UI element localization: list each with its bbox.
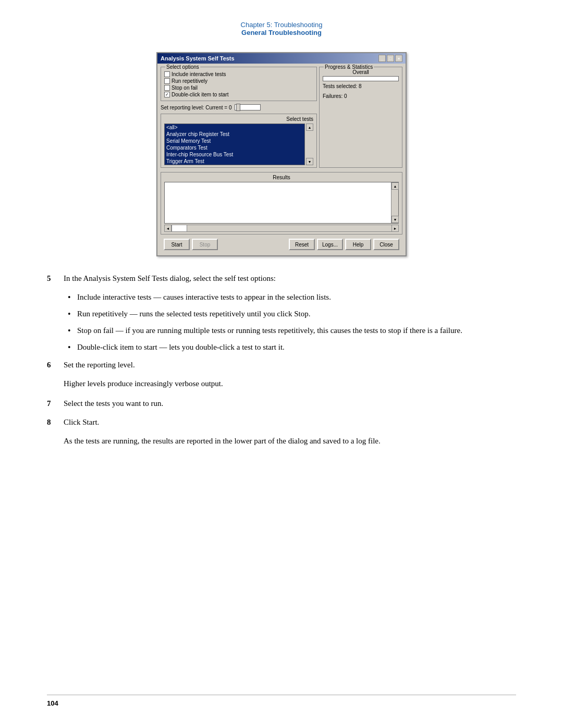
reporting-row: Set reporting level: Current = 0 [161, 104, 317, 110]
interactive-checkbox[interactable] [164, 71, 170, 77]
page-number: 104 [47, 699, 58, 707]
interactive-checkbox-row: Include interactive tests [164, 71, 313, 77]
step-7-number: 7 [47, 397, 57, 410]
hscroll-left[interactable]: ◄ [164, 225, 172, 232]
interactive-label: Include interactive tests [172, 71, 226, 77]
tests-listbox[interactable]: <all> Analyzer chip Register Test Serial… [164, 124, 305, 165]
buttons-spacer [220, 239, 287, 250]
stop-on-fail-checkbox[interactable] [164, 85, 170, 91]
close-button[interactable]: × [395, 55, 402, 62]
stop-on-fail-checkbox-row: Stop on fail [164, 85, 313, 91]
test-clks[interactable]: Clks Test [165, 165, 304, 165]
step-8-number: 8 [47, 416, 57, 428]
results-label: Results [164, 175, 399, 180]
step-6-subtext: Higher levels produce increasingly verbo… [64, 377, 516, 390]
test-analyzer[interactable]: Analyzer chip Register Test [165, 131, 304, 138]
results-scroll-up[interactable]: ▲ [391, 182, 399, 190]
scroll-up-arrow[interactable]: ▲ [306, 124, 313, 131]
dialog-body: Select options Include interactive tests… [157, 64, 406, 255]
dialog-container: Analysis System Self Tests _ □ × Select … [47, 52, 516, 256]
test-serial[interactable]: Serial Memory Test [165, 138, 304, 144]
reset-button[interactable]: Reset [289, 239, 315, 250]
list-scrollbar: ▲ ▼ [306, 124, 313, 165]
progress-stats-label: Progress & Statistics [324, 64, 374, 70]
hscroll-right[interactable]: ► [391, 225, 399, 232]
chapter-label: Chapter 5: Troubleshooting [47, 21, 516, 29]
bullet-3: Stop on fail — if you are running multip… [68, 324, 516, 337]
select-tests-label: Select tests [164, 116, 313, 122]
titlebar-buttons: _ □ × [378, 55, 402, 62]
hscroll-space [187, 225, 391, 232]
results-area: ▲ ▼ [164, 182, 399, 224]
tests-selected-stat: Tests selected: 8 [323, 83, 399, 89]
page: Chapter 5: Troubleshooting General Troub… [0, 0, 563, 728]
scroll-down-arrow[interactable]: ▼ [306, 158, 313, 165]
test-interchip[interactable]: Inter-chip Resource Bus Test [165, 151, 304, 158]
results-section: Results ▲ ▼ ◄ [161, 172, 402, 235]
double-click-label: Double-click item to start [172, 92, 228, 97]
step-8-subtext: As the tests are running, the results ar… [64, 435, 516, 447]
results-area-container: ▲ ▼ ◄ ► [164, 182, 399, 232]
step-5-text: In the Analysis System Self Tests dialog… [64, 272, 516, 285]
right-column: Progress & Statistics Overall Tests sele… [319, 67, 402, 168]
select-options-group: Select options Include interactive tests… [161, 67, 317, 101]
step-8: 8 Click Start. [47, 416, 516, 428]
reporting-label: Set reporting level: Current = 0 [161, 105, 231, 110]
main-content: 5 In the Analysis System Self Tests dial… [47, 272, 516, 447]
scroll-track [306, 131, 313, 158]
double-click-checkbox[interactable]: ✓ [164, 92, 170, 97]
dialog-titlebar: Analysis System Self Tests _ □ × [157, 53, 406, 64]
results-scrollbar: ▲ ▼ [391, 182, 398, 223]
slider-thumb[interactable] [236, 104, 240, 111]
top-sections: Select options Include interactive tests… [161, 67, 402, 168]
analysis-dialog: Analysis System Self Tests _ □ × Select … [156, 52, 407, 256]
test-comparators[interactable]: Comparators Test [165, 144, 304, 151]
step-6-text: Set the reporting level. [64, 359, 516, 371]
overall-label: Overall [323, 69, 399, 75]
page-header: Chapter 5: Troubleshooting General Troub… [47, 21, 516, 36]
logs-button[interactable]: Logs... [317, 239, 343, 250]
reporting-slider[interactable] [235, 104, 261, 110]
start-button[interactable]: Start [164, 239, 190, 250]
double-click-checkbox-row: ✓ Double-click item to start [164, 92, 313, 97]
step-6: 6 Set the reporting level. [47, 359, 516, 371]
repetitive-label: Run repetitively [172, 78, 207, 84]
step-5: 5 In the Analysis System Self Tests dial… [47, 272, 516, 285]
page-footer: 104 [47, 695, 516, 707]
test-trigger[interactable]: Trigger Arm Test [165, 158, 304, 165]
progress-bar [323, 76, 399, 81]
test-all[interactable]: <all> [165, 124, 304, 131]
step-6-number: 6 [47, 359, 57, 371]
dialog-title: Analysis System Self Tests [161, 55, 235, 61]
horizontal-scrollbar: ◄ ► [164, 225, 399, 232]
results-scroll-down[interactable]: ▼ [391, 216, 399, 223]
results-scroll-track [391, 190, 398, 216]
dialog-buttons: Start Stop Reset Logs... Help Close [161, 237, 402, 252]
stop-on-fail-label: Stop on fail [172, 85, 198, 91]
bullet-list: Include interactive tests — causes inter… [68, 291, 516, 353]
step-8-text: Click Start. [64, 416, 516, 428]
help-button[interactable]: Help [345, 239, 371, 250]
checkboxes-container: Include interactive tests Run repetitive… [164, 71, 313, 97]
minimize-button[interactable]: _ [378, 55, 386, 62]
stop-button[interactable]: Stop [192, 239, 218, 250]
section-label: General Troubleshooting [47, 29, 516, 36]
bullet-1: Include interactive tests — causes inter… [68, 291, 516, 303]
left-column: Select options Include interactive tests… [161, 67, 317, 168]
step-5-number: 5 [47, 272, 57, 285]
step-7-text: Select the tests you want to run. [64, 397, 516, 410]
hscroll-track [172, 225, 187, 232]
close-button-dlg[interactable]: Close [373, 239, 399, 250]
select-tests-group: Select tests <all> Analyzer chip Registe… [161, 114, 317, 168]
maximize-button[interactable]: □ [387, 55, 394, 62]
failures-stat: Failures: 0 [323, 93, 399, 99]
repetitive-checkbox[interactable] [164, 78, 170, 84]
repetitive-checkbox-row: Run repetitively [164, 78, 313, 84]
progress-stats-group: Progress & Statistics Overall Tests sele… [319, 67, 402, 168]
bullet-2: Run repetitively — runs the selected tes… [68, 307, 516, 320]
tests-list-container: <all> Analyzer chip Register Test Serial… [164, 124, 313, 165]
select-options-label: Select options [165, 64, 200, 70]
bullet-4: Double-click item to start — lets you do… [68, 341, 516, 353]
step-7: 7 Select the tests you want to run. [47, 397, 516, 410]
